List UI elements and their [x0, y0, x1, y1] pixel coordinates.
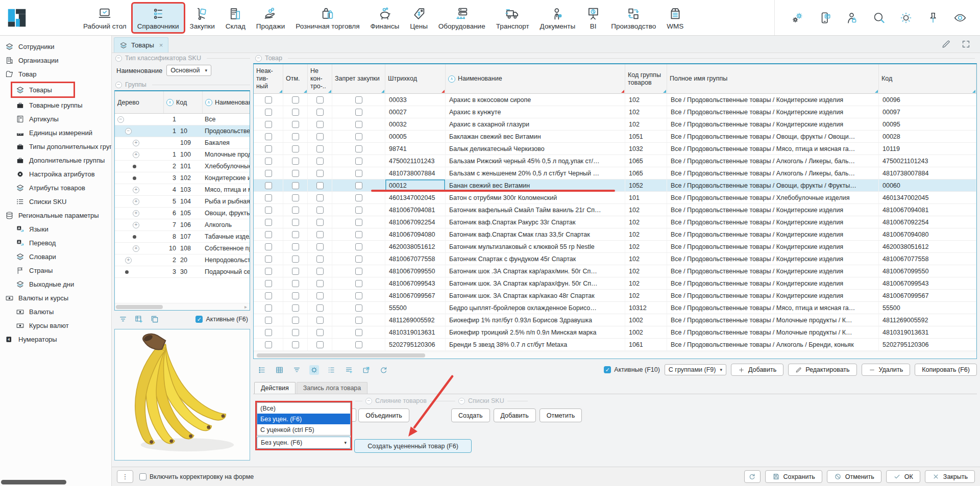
- tab-product-log[interactable]: Запись лога товара: [297, 382, 368, 394]
- sidebar-item-sku-lists[interactable]: Списки SKU: [0, 195, 111, 209]
- sku-button-2[interactable]: Отметить: [540, 408, 582, 422]
- product-row[interactable]: 98741Балык деликатесный Черкизово1032Все…: [254, 143, 976, 155]
- uncontrolled-checkbox[interactable]: [316, 280, 324, 287]
- purchase-ban-checkbox[interactable]: [355, 317, 362, 324]
- tree-expand-icon[interactable]: +: [133, 187, 139, 193]
- product-row[interactable]: 5202795120306Бренди 5 звезд 38% 0.7 л ст…: [254, 339, 976, 351]
- uncontrolled-checkbox[interactable]: [316, 292, 324, 299]
- purchase-ban-checkbox[interactable]: [355, 207, 362, 214]
- sidebar-item-product[interactable]: Товар: [0, 67, 111, 81]
- purchase-ban-checkbox[interactable]: [355, 268, 362, 275]
- sidebar-horizontal-scrollbar[interactable]: [1, 480, 66, 484]
- user-lock-icon[interactable]: [845, 11, 859, 24]
- inactive-checkbox[interactable]: [265, 292, 272, 299]
- sidebar-item-organizations[interactable]: Организации: [0, 54, 111, 67]
- column-header-name[interactable]: ∧Наименование: [203, 91, 250, 113]
- purchase-ban-checkbox[interactable]: [355, 133, 362, 140]
- groups-horizontal-scrollbar[interactable]: ▸: [115, 303, 250, 310]
- uncontrolled-checkbox[interactable]: [316, 219, 324, 226]
- group-row[interactable]: 8107Табачные изделия: [115, 231, 250, 243]
- correction-checkbox[interactable]: [139, 473, 146, 480]
- module-desktop[interactable]: Рабочий стол: [79, 4, 131, 32]
- grid-copy-icon[interactable]: [150, 315, 159, 324]
- module-production[interactable]: Производство: [606, 4, 660, 32]
- module-prices[interactable]: Цены: [405, 4, 432, 32]
- product-row[interactable]: 4620038051612Батончик мультизлаковый с к…: [254, 241, 976, 253]
- create-discounted-button[interactable]: Создать уцененный товар (F6): [354, 439, 472, 453]
- purchase-ban-checkbox[interactable]: [355, 243, 362, 250]
- expand-icon[interactable]: [961, 39, 971, 49]
- product-row[interactable]: 00032Арахис в сахарной глазури102Все / П…: [254, 118, 976, 131]
- purchase-ban-checkbox[interactable]: [355, 292, 362, 299]
- collapse-icon[interactable]: −: [115, 82, 122, 88]
- purchase-ban-checkbox[interactable]: [355, 121, 362, 128]
- add-row-icon[interactable]: [344, 365, 354, 375]
- copy-button[interactable]: Копировать (F6): [915, 364, 977, 376]
- marked-checkbox[interactable]: [292, 133, 299, 140]
- product-row[interactable]: 00005Баклажан свежий вес Витамин1051Все …: [254, 131, 976, 143]
- product-row[interactable]: 00012Банан свежий вес Витамин1052Все / П…: [254, 180, 976, 192]
- column-header[interactable]: Штрихкод: [385, 64, 446, 93]
- sidebar-item-holidays[interactable]: Выходные дни: [0, 277, 111, 291]
- refresh-icon[interactable]: [379, 365, 388, 375]
- uncontrolled-checkbox[interactable]: [316, 121, 324, 128]
- column-header[interactable]: ∧Наименование: [446, 64, 625, 93]
- uncontrolled-checkbox[interactable]: [316, 96, 324, 104]
- product-row[interactable]: 4810067099550Батончик шок .ЗА Спартак ка…: [254, 265, 976, 277]
- marked-checkbox[interactable]: [292, 182, 299, 189]
- uncontrolled-checkbox[interactable]: [316, 145, 324, 152]
- group-row[interactable]: −110Продовольственные товары: [115, 125, 250, 137]
- purchase-ban-checkbox[interactable]: [355, 109, 362, 116]
- product-row[interactable]: 4810067094081Батончик вафельный Смайл Та…: [254, 204, 976, 216]
- uncontrolled-checkbox[interactable]: [316, 243, 324, 250]
- active-checkbox[interactable]: ✓: [195, 316, 203, 323]
- product-row[interactable]: 4810067099567Батончик шок. ЗА Спартак ка…: [254, 290, 976, 302]
- uncontrolled-checkbox[interactable]: [316, 268, 324, 275]
- settings-gears-icon[interactable]: [791, 11, 804, 24]
- active-checkbox[interactable]: ✓: [604, 366, 611, 373]
- marked-checkbox[interactable]: [292, 219, 299, 226]
- marked-checkbox[interactable]: [292, 280, 299, 287]
- marked-checkbox[interactable]: [292, 243, 299, 250]
- purchase-ban-checkbox[interactable]: [355, 219, 362, 226]
- group-row[interactable]: +10108Собственное производство: [115, 243, 250, 254]
- uncontrolled-checkbox[interactable]: [316, 170, 324, 177]
- group-row[interactable]: +6105Овощи, фрукты: [115, 208, 250, 219]
- brightness-icon[interactable]: [899, 11, 913, 24]
- marked-checkbox[interactable]: [292, 317, 299, 324]
- tree-expand-icon[interactable]: +: [133, 198, 139, 205]
- delete-button[interactable]: Удалить: [862, 364, 911, 376]
- discount-combobox[interactable]: Без уцен. (F6)▾: [257, 437, 351, 449]
- inactive-checkbox[interactable]: [265, 109, 272, 116]
- uncontrolled-checkbox[interactable]: [316, 341, 324, 348]
- uncontrolled-checkbox[interactable]: [316, 255, 324, 263]
- marked-checkbox[interactable]: [292, 255, 299, 263]
- purchase-ban-checkbox[interactable]: [355, 255, 362, 263]
- group-row[interactable]: +4103Мясо, птица и мясная гастрономия: [115, 184, 250, 196]
- tree-collapse-icon[interactable]: −: [117, 116, 124, 123]
- inactive-checkbox[interactable]: [265, 280, 272, 287]
- inactive-checkbox[interactable]: [265, 341, 272, 348]
- uncontrolled-checkbox[interactable]: [316, 304, 324, 312]
- inactive-checkbox[interactable]: [265, 96, 272, 104]
- tab-products[interactable]: Товары ×: [114, 37, 168, 53]
- uncontrolled-checkbox[interactable]: [316, 231, 324, 238]
- collapse-icon[interactable]: −: [365, 398, 372, 404]
- sidebar-item-attribute-settings[interactable]: Настройка атрибутов: [0, 167, 111, 181]
- form-correction-toggle[interactable]: Включить корректировку на форме: [139, 473, 254, 480]
- marked-checkbox[interactable]: [292, 341, 299, 348]
- view-table-icon[interactable]: [275, 365, 284, 375]
- purchase-ban-checkbox[interactable]: [355, 194, 362, 201]
- sidebar-item-products[interactable]: Товары: [11, 82, 75, 98]
- inactive-checkbox[interactable]: [265, 133, 272, 140]
- edit-button[interactable]: Редактировать: [788, 364, 856, 376]
- marked-checkbox[interactable]: [292, 145, 299, 152]
- sidebar-item-articles[interactable]: Артикулы: [0, 112, 111, 126]
- groups-active-filter[interactable]: ✓ Активные (F6): [195, 316, 248, 323]
- tree-expand-icon[interactable]: +: [125, 257, 132, 264]
- module-purchases[interactable]: Закупки: [185, 4, 219, 32]
- product-row[interactable]: 55500Бедро цыплят-бройлеров охлажденное …: [254, 302, 976, 314]
- product-row[interactable]: 4810067094080Батончик ваф.Спартак Смак г…: [254, 228, 976, 241]
- module-sales[interactable]: Продажи: [252, 4, 289, 32]
- product-row[interactable]: 00033Арахис в кокосовом сиропе102Все / П…: [254, 94, 976, 106]
